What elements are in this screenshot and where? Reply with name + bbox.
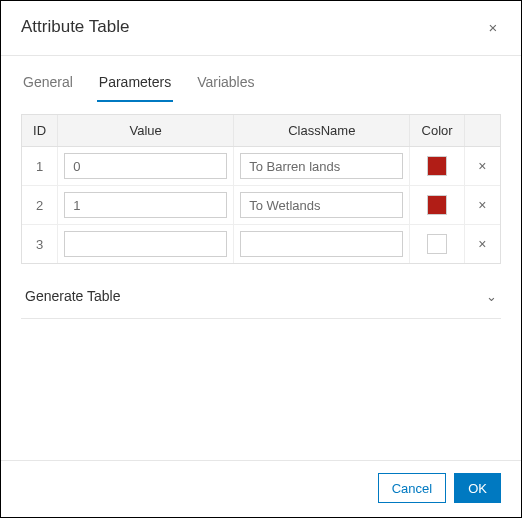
color-swatch[interactable] <box>427 156 447 176</box>
col-header-delete <box>464 115 500 147</box>
tab-general[interactable]: General <box>21 74 75 102</box>
table-row: 2 × <box>22 186 500 225</box>
color-swatch[interactable] <box>427 195 447 215</box>
value-input[interactable] <box>64 231 227 257</box>
close-icon[interactable]: × <box>485 19 501 35</box>
classname-input[interactable] <box>240 153 403 179</box>
dialog-footer: Cancel OK <box>1 460 521 517</box>
col-header-classname: ClassName <box>234 115 410 147</box>
attribute-table: ID Value ClassName Color 1 × <box>21 114 501 264</box>
cell-id: 1 <box>22 147 58 186</box>
attribute-table-dialog: Attribute Table × General Parameters Var… <box>0 0 522 518</box>
cell-id: 2 <box>22 186 58 225</box>
ok-button[interactable]: OK <box>454 473 501 503</box>
generate-table-label: Generate Table <box>25 288 120 304</box>
tab-variables[interactable]: Variables <box>195 74 256 102</box>
col-header-id: ID <box>22 115 58 147</box>
delete-row-icon[interactable]: × <box>478 158 486 174</box>
dialog-header: Attribute Table × <box>1 1 521 56</box>
cell-id: 3 <box>22 225 58 264</box>
chevron-down-icon: ⌄ <box>486 289 497 304</box>
value-input[interactable] <box>64 192 227 218</box>
color-swatch[interactable] <box>427 234 447 254</box>
table-row: 3 × <box>22 225 500 264</box>
value-input[interactable] <box>64 153 227 179</box>
tab-parameters[interactable]: Parameters <box>97 74 173 102</box>
delete-row-icon[interactable]: × <box>478 236 486 252</box>
delete-row-icon[interactable]: × <box>478 197 486 213</box>
attribute-table-grid: ID Value ClassName Color 1 × <box>22 115 500 263</box>
classname-input[interactable] <box>240 192 403 218</box>
tabs: General Parameters Variables <box>21 56 501 102</box>
classname-input[interactable] <box>240 231 403 257</box>
generate-table-toggle[interactable]: Generate Table ⌄ <box>21 278 501 319</box>
col-header-color: Color <box>410 115 465 147</box>
dialog-title: Attribute Table <box>21 17 129 37</box>
col-header-value: Value <box>58 115 234 147</box>
table-row: 1 × <box>22 147 500 186</box>
cancel-button[interactable]: Cancel <box>378 473 446 503</box>
table-header-row: ID Value ClassName Color <box>22 115 500 147</box>
dialog-body: General Parameters Variables ID Value Cl… <box>1 56 521 460</box>
